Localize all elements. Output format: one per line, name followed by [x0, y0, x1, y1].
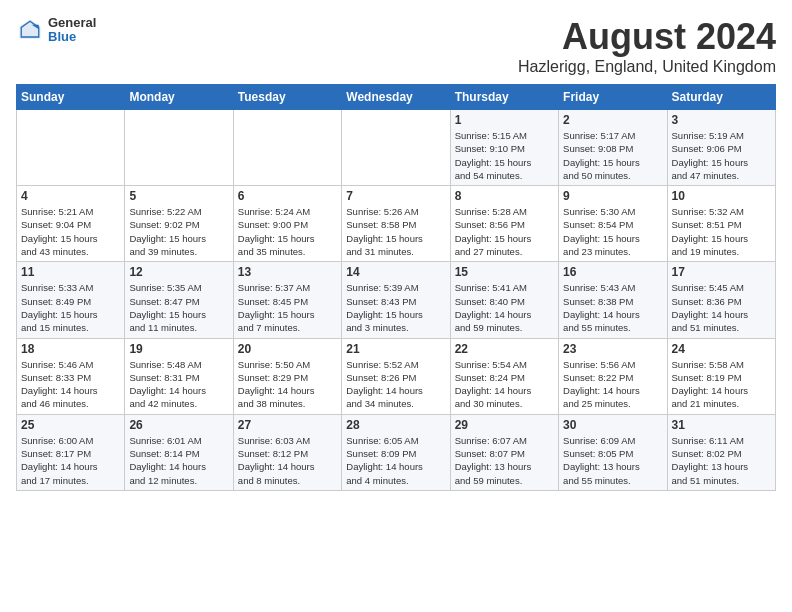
- day-number: 15: [455, 265, 554, 279]
- day-info: Sunrise: 5:41 AMSunset: 8:40 PMDaylight:…: [455, 281, 554, 334]
- day-number: 10: [672, 189, 771, 203]
- week-row-4: 18Sunrise: 5:46 AMSunset: 8:33 PMDayligh…: [17, 338, 776, 414]
- day-cell: [17, 110, 125, 186]
- day-number: 14: [346, 265, 445, 279]
- logo-general-text: General: [48, 16, 96, 30]
- day-number: 28: [346, 418, 445, 432]
- day-info: Sunrise: 5:19 AMSunset: 9:06 PMDaylight:…: [672, 129, 771, 182]
- day-cell: 28Sunrise: 6:05 AMSunset: 8:09 PMDayligh…: [342, 414, 450, 490]
- logo-text: General Blue: [48, 16, 96, 45]
- day-cell: [342, 110, 450, 186]
- weekday-header-friday: Friday: [559, 85, 667, 110]
- day-info: Sunrise: 5:24 AMSunset: 9:00 PMDaylight:…: [238, 205, 337, 258]
- day-info: Sunrise: 5:22 AMSunset: 9:02 PMDaylight:…: [129, 205, 228, 258]
- weekday-header-sunday: Sunday: [17, 85, 125, 110]
- logo-blue-text: Blue: [48, 30, 96, 44]
- day-cell: 2Sunrise: 5:17 AMSunset: 9:08 PMDaylight…: [559, 110, 667, 186]
- day-cell: 7Sunrise: 5:26 AMSunset: 8:58 PMDaylight…: [342, 186, 450, 262]
- day-number: 8: [455, 189, 554, 203]
- day-cell: 31Sunrise: 6:11 AMSunset: 8:02 PMDayligh…: [667, 414, 775, 490]
- day-info: Sunrise: 6:05 AMSunset: 8:09 PMDaylight:…: [346, 434, 445, 487]
- day-cell: 14Sunrise: 5:39 AMSunset: 8:43 PMDayligh…: [342, 262, 450, 338]
- day-info: Sunrise: 5:48 AMSunset: 8:31 PMDaylight:…: [129, 358, 228, 411]
- day-info: Sunrise: 5:28 AMSunset: 8:56 PMDaylight:…: [455, 205, 554, 258]
- calendar-header: SundayMondayTuesdayWednesdayThursdayFrid…: [17, 85, 776, 110]
- day-number: 23: [563, 342, 662, 356]
- day-number: 22: [455, 342, 554, 356]
- weekday-header-wednesday: Wednesday: [342, 85, 450, 110]
- day-cell: 19Sunrise: 5:48 AMSunset: 8:31 PMDayligh…: [125, 338, 233, 414]
- day-cell: 18Sunrise: 5:46 AMSunset: 8:33 PMDayligh…: [17, 338, 125, 414]
- day-number: 5: [129, 189, 228, 203]
- day-number: 6: [238, 189, 337, 203]
- day-number: 24: [672, 342, 771, 356]
- day-cell: 4Sunrise: 5:21 AMSunset: 9:04 PMDaylight…: [17, 186, 125, 262]
- day-number: 12: [129, 265, 228, 279]
- day-cell: 20Sunrise: 5:50 AMSunset: 8:29 PMDayligh…: [233, 338, 341, 414]
- day-info: Sunrise: 5:54 AMSunset: 8:24 PMDaylight:…: [455, 358, 554, 411]
- day-info: Sunrise: 5:30 AMSunset: 8:54 PMDaylight:…: [563, 205, 662, 258]
- day-cell: [125, 110, 233, 186]
- day-cell: 21Sunrise: 5:52 AMSunset: 8:26 PMDayligh…: [342, 338, 450, 414]
- weekday-header-tuesday: Tuesday: [233, 85, 341, 110]
- day-info: Sunrise: 5:43 AMSunset: 8:38 PMDaylight:…: [563, 281, 662, 334]
- subtitle: Hazlerigg, England, United Kingdom: [518, 58, 776, 76]
- page-header: General Blue August 2024 Hazlerigg, Engl…: [16, 16, 776, 76]
- day-info: Sunrise: 5:33 AMSunset: 8:49 PMDaylight:…: [21, 281, 120, 334]
- day-info: Sunrise: 5:26 AMSunset: 8:58 PMDaylight:…: [346, 205, 445, 258]
- day-info: Sunrise: 5:35 AMSunset: 8:47 PMDaylight:…: [129, 281, 228, 334]
- day-number: 1: [455, 113, 554, 127]
- day-number: 7: [346, 189, 445, 203]
- day-number: 9: [563, 189, 662, 203]
- day-info: Sunrise: 5:45 AMSunset: 8:36 PMDaylight:…: [672, 281, 771, 334]
- day-cell: 22Sunrise: 5:54 AMSunset: 8:24 PMDayligh…: [450, 338, 558, 414]
- week-row-3: 11Sunrise: 5:33 AMSunset: 8:49 PMDayligh…: [17, 262, 776, 338]
- day-cell: 25Sunrise: 6:00 AMSunset: 8:17 PMDayligh…: [17, 414, 125, 490]
- day-number: 27: [238, 418, 337, 432]
- day-info: Sunrise: 5:58 AMSunset: 8:19 PMDaylight:…: [672, 358, 771, 411]
- day-info: Sunrise: 5:46 AMSunset: 8:33 PMDaylight:…: [21, 358, 120, 411]
- day-info: Sunrise: 5:52 AMSunset: 8:26 PMDaylight:…: [346, 358, 445, 411]
- week-row-1: 1Sunrise: 5:15 AMSunset: 9:10 PMDaylight…: [17, 110, 776, 186]
- day-number: 19: [129, 342, 228, 356]
- day-info: Sunrise: 5:39 AMSunset: 8:43 PMDaylight:…: [346, 281, 445, 334]
- day-info: Sunrise: 5:15 AMSunset: 9:10 PMDaylight:…: [455, 129, 554, 182]
- day-info: Sunrise: 6:01 AMSunset: 8:14 PMDaylight:…: [129, 434, 228, 487]
- day-info: Sunrise: 6:00 AMSunset: 8:17 PMDaylight:…: [21, 434, 120, 487]
- day-number: 11: [21, 265, 120, 279]
- day-number: 2: [563, 113, 662, 127]
- day-number: 31: [672, 418, 771, 432]
- day-info: Sunrise: 5:21 AMSunset: 9:04 PMDaylight:…: [21, 205, 120, 258]
- weekday-header-saturday: Saturday: [667, 85, 775, 110]
- day-cell: 30Sunrise: 6:09 AMSunset: 8:05 PMDayligh…: [559, 414, 667, 490]
- day-info: Sunrise: 5:50 AMSunset: 8:29 PMDaylight:…: [238, 358, 337, 411]
- day-number: 18: [21, 342, 120, 356]
- day-cell: 9Sunrise: 5:30 AMSunset: 8:54 PMDaylight…: [559, 186, 667, 262]
- day-number: 13: [238, 265, 337, 279]
- day-number: 21: [346, 342, 445, 356]
- day-cell: 15Sunrise: 5:41 AMSunset: 8:40 PMDayligh…: [450, 262, 558, 338]
- weekday-header-monday: Monday: [125, 85, 233, 110]
- day-number: 30: [563, 418, 662, 432]
- day-number: 4: [21, 189, 120, 203]
- logo: General Blue: [16, 16, 96, 45]
- day-cell: 3Sunrise: 5:19 AMSunset: 9:06 PMDaylight…: [667, 110, 775, 186]
- day-info: Sunrise: 6:09 AMSunset: 8:05 PMDaylight:…: [563, 434, 662, 487]
- day-number: 29: [455, 418, 554, 432]
- calendar-table: SundayMondayTuesdayWednesdayThursdayFrid…: [16, 84, 776, 491]
- day-cell: 26Sunrise: 6:01 AMSunset: 8:14 PMDayligh…: [125, 414, 233, 490]
- day-cell: 5Sunrise: 5:22 AMSunset: 9:02 PMDaylight…: [125, 186, 233, 262]
- day-info: Sunrise: 5:32 AMSunset: 8:51 PMDaylight:…: [672, 205, 771, 258]
- day-cell: 12Sunrise: 5:35 AMSunset: 8:47 PMDayligh…: [125, 262, 233, 338]
- day-number: 20: [238, 342, 337, 356]
- day-cell: 1Sunrise: 5:15 AMSunset: 9:10 PMDaylight…: [450, 110, 558, 186]
- day-cell: 13Sunrise: 5:37 AMSunset: 8:45 PMDayligh…: [233, 262, 341, 338]
- day-cell: 10Sunrise: 5:32 AMSunset: 8:51 PMDayligh…: [667, 186, 775, 262]
- day-cell: 16Sunrise: 5:43 AMSunset: 8:38 PMDayligh…: [559, 262, 667, 338]
- day-info: Sunrise: 5:17 AMSunset: 9:08 PMDaylight:…: [563, 129, 662, 182]
- calendar-body: 1Sunrise: 5:15 AMSunset: 9:10 PMDaylight…: [17, 110, 776, 491]
- day-info: Sunrise: 6:03 AMSunset: 8:12 PMDaylight:…: [238, 434, 337, 487]
- day-cell: 6Sunrise: 5:24 AMSunset: 9:00 PMDaylight…: [233, 186, 341, 262]
- day-info: Sunrise: 6:11 AMSunset: 8:02 PMDaylight:…: [672, 434, 771, 487]
- day-info: Sunrise: 6:07 AMSunset: 8:07 PMDaylight:…: [455, 434, 554, 487]
